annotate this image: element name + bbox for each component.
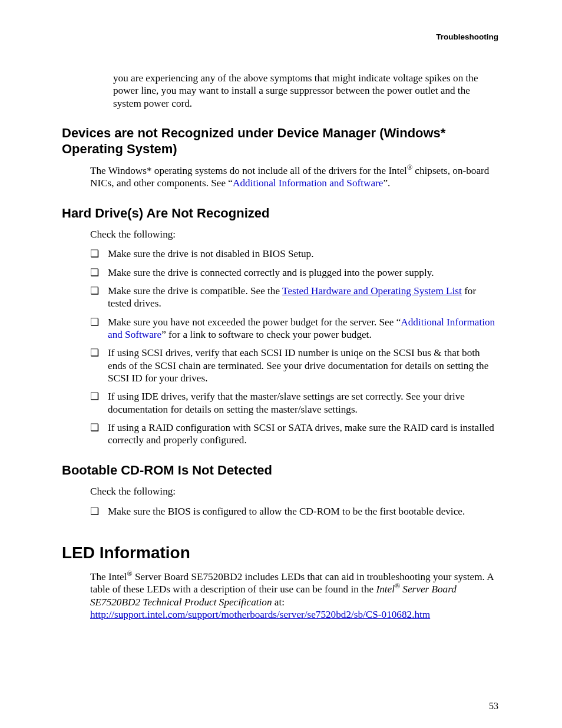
intro-paragraph: you are experiencing any of the above sy… — [113, 72, 498, 110]
sec4-paragraph: The Intel® Server Board SE7520BD2 includ… — [90, 571, 498, 621]
link-additional-info[interactable]: Additional Information and Software — [233, 177, 383, 189]
checklist-item: Make sure the drive is not disabled in B… — [90, 248, 498, 260]
heading-devices-not-recognized: Devices are not Recognized under Device … — [62, 125, 498, 157]
heading-hard-drives: Hard Drive(s) Are Not Recognized — [62, 205, 498, 222]
sec2-paragraph: Check the following: — [90, 228, 498, 241]
checklist-hard-drives: Make sure the drive is not disabled in B… — [90, 248, 498, 446]
registered-symbol: ® — [395, 582, 400, 590]
checklist-item: Make sure the drive is compatible. See t… — [90, 285, 498, 310]
checklist-item: If using a RAID configuration with SCSI … — [90, 421, 498, 447]
checklist-cdrom: Make sure the BIOS is configured to allo… — [90, 505, 498, 518]
link-tested-hardware[interactable]: Tested Hardware and Operating System Lis… — [282, 285, 462, 297]
page: Troubleshooting you are experiencing any… — [0, 0, 562, 728]
heading-led-info: LED Information — [62, 543, 498, 562]
heading-cdrom: Bootable CD-ROM Is Not Detected — [62, 462, 498, 479]
sec3-paragraph: Check the following: — [90, 485, 498, 498]
checklist-item: If using IDE drives, verify that the mas… — [90, 390, 498, 416]
link-support-url[interactable]: http://support.intel.com/support/motherb… — [90, 609, 430, 620]
page-number: 53 — [489, 701, 498, 711]
registered-symbol: ® — [127, 569, 133, 578]
sec1-paragraph: The Windows* operating systems do not in… — [90, 164, 498, 190]
checklist-item: Make sure the BIOS is configured to allo… — [90, 505, 498, 518]
checklist-item: Make sure you have not exceeded the powe… — [90, 316, 498, 341]
registered-symbol: ® — [407, 163, 412, 172]
page-header: Troubleshooting — [62, 32, 498, 41]
checklist-item: Make sure the drive is connected correct… — [90, 266, 498, 279]
checklist-item: If using SCSI drives, verify that each S… — [90, 347, 498, 384]
